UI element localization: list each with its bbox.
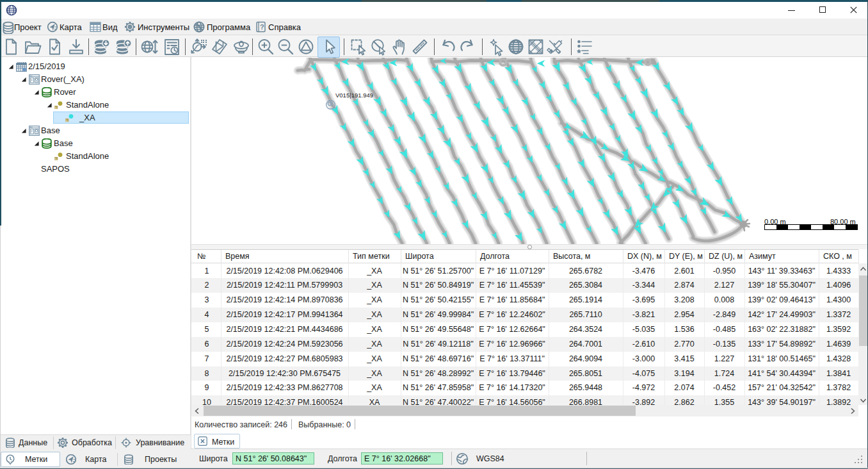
svg-text:?: ? [260,23,264,31]
